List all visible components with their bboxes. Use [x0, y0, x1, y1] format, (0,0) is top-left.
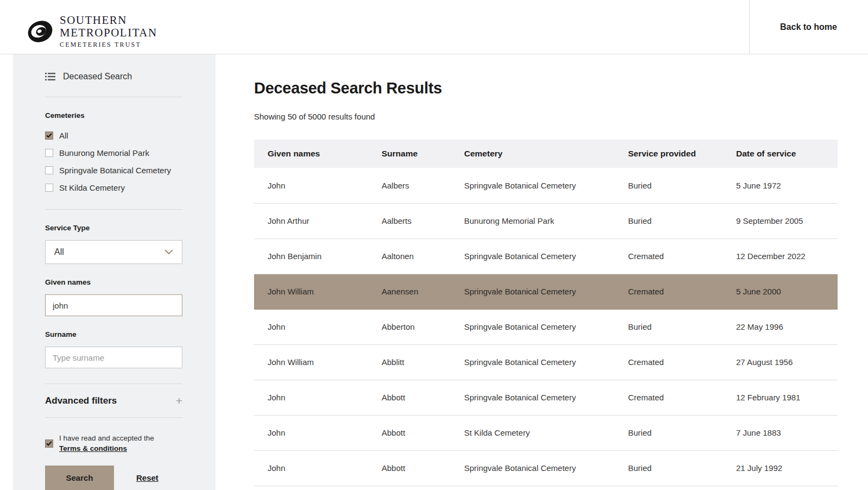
back-to-home-link[interactable]: Back to home	[749, 0, 868, 54]
header-row: Given namesSurnameCemeteryService provid…	[254, 140, 838, 168]
cell-date-of-service: 12 December 2022	[736, 238, 838, 274]
checkbox-icon[interactable]	[45, 184, 53, 192]
table-row[interactable]: John Arthur Aalberts Bunurong Memorial P…	[254, 203, 838, 238]
checkmark-icon	[46, 133, 52, 138]
cemetery-checkbox-row[interactable]: All	[45, 129, 182, 142]
sidebar-divider	[45, 417, 182, 418]
search-button[interactable]: Search	[45, 466, 114, 490]
column-header: Cemetery	[464, 140, 628, 168]
cell-given-names: John Benjamin	[254, 238, 382, 274]
cemetery-option-label: Springvale Botanical Cemetery	[59, 166, 171, 175]
cell-surname: Aalbers	[382, 168, 464, 203]
cemetery-checkbox-row[interactable]: St Kilda Cemetery	[45, 181, 182, 194]
cell-date-of-service: 9 September 2005	[736, 203, 838, 238]
cell-surname: Abbott	[382, 380, 464, 415]
column-header: Surname	[382, 140, 464, 168]
results-summary: Showing 50 of 5000 results found	[254, 112, 838, 121]
cell-cemetery: Springvale Botanical Cemetery	[464, 168, 628, 203]
cell-surname: Aanensen	[382, 274, 464, 309]
cell-date-of-service: 5 June 2000	[736, 274, 838, 309]
table-row[interactable]: John Abbott Springvale Botanical Cemeter…	[254, 380, 838, 415]
cell-cemetery: Springvale Botanical Cemetery	[464, 344, 628, 380]
cell-service-provided: Buried	[628, 203, 736, 238]
cell-given-names: John	[254, 380, 382, 415]
sidebar-divider	[45, 97, 182, 97]
sidebar-divider	[45, 384, 182, 384]
given-names-input[interactable]	[45, 294, 182, 316]
cell-date-of-service: 22 May 1996	[736, 309, 838, 344]
results-table-body: John Aalbers Springvale Botanical Cemete…	[254, 168, 838, 486]
surname-label: Surname	[45, 330, 182, 338]
cell-service-provided: Cremated	[628, 274, 736, 309]
checkmark-icon	[46, 441, 52, 446]
reset-link[interactable]: Reset	[136, 473, 159, 482]
cell-cemetery: Springvale Botanical Cemetery	[464, 450, 628, 486]
cell-service-provided: Buried	[628, 415, 736, 450]
cemetery-option-label: All	[59, 131, 68, 140]
cell-service-provided: Cremated	[628, 238, 736, 274]
table-row[interactable]: John Abbott St Kilda Cemetery Buried 7 J…	[254, 415, 838, 450]
plus-icon: +	[176, 395, 182, 406]
cell-cemetery: Bunurong Memorial Park	[464, 203, 628, 238]
cemetery-options: All Bunurong Memorial Park Springvale Bo…	[45, 129, 182, 194]
table-row[interactable]: John Abbott Springvale Botanical Cemeter…	[254, 450, 838, 486]
sidebar-divider	[45, 209, 182, 210]
results-table: Given namesSurnameCemeteryService provid…	[254, 140, 838, 486]
cell-cemetery: Springvale Botanical Cemetery	[464, 274, 628, 309]
cell-given-names: John William	[254, 344, 382, 380]
cemetery-option-label: Bunurong Memorial Park	[59, 148, 149, 158]
cell-surname: Aaltonen	[382, 238, 464, 274]
service-type-label: Service Type	[45, 224, 182, 232]
surname-input[interactable]	[45, 347, 182, 368]
cell-given-names: John	[254, 415, 382, 450]
list-icon	[45, 72, 55, 81]
search-filters-sidebar: Deceased Search Cemeteries All Bunuro	[13, 54, 216, 490]
cell-cemetery: Springvale Botanical Cemetery	[464, 309, 628, 344]
cell-date-of-service: 21 July 1992	[736, 450, 838, 486]
cell-surname: Abblitt	[382, 344, 464, 380]
table-row[interactable]: John Benjamin Aaltonen Springvale Botani…	[254, 238, 838, 274]
cell-surname: Abbott	[382, 415, 464, 450]
smct-logo[interactable]: SOUTHERN METROPOLITAN CEMETERIES TRUST	[27, 14, 157, 49]
page-header: SOUTHERN METROPOLITAN CEMETERIES TRUST B…	[0, 0, 868, 54]
cell-date-of-service: 5 June 1972	[736, 168, 838, 203]
cell-cemetery: Springvale Botanical Cemetery	[464, 380, 628, 415]
cell-date-of-service: 27 August 1956	[736, 344, 838, 380]
advanced-filters-toggle[interactable]: Advanced filters +	[45, 395, 182, 406]
logo-line-3: CEMETERIES TRUST	[60, 41, 157, 49]
checkbox-icon[interactable]	[45, 166, 53, 174]
sidebar-item-deceased-search[interactable]: Deceased Search	[45, 72, 182, 81]
results-table-header: Given namesSurnameCemeteryService provid…	[254, 140, 838, 168]
table-row[interactable]: John William Aanensen Springvale Botanic…	[254, 274, 838, 309]
cell-service-provided: Buried	[628, 450, 736, 486]
cell-service-provided: Buried	[628, 309, 736, 344]
column-header: Date of service	[736, 140, 838, 168]
sidebar-nav-label: Deceased Search	[63, 72, 132, 81]
page-title: Deceased Search Results	[254, 79, 838, 97]
service-type-selected-value: All	[54, 247, 64, 257]
cemetery-checkbox-row[interactable]: Springvale Botanical Cemetery	[45, 164, 182, 177]
advanced-filters-label: Advanced filters	[45, 395, 117, 406]
checkbox-icon[interactable]	[45, 131, 53, 140]
results-main-area: Deceased Search Results Showing 50 of 50…	[216, 54, 868, 490]
given-names-label: Given names	[45, 278, 182, 286]
table-row[interactable]: John Abberton Springvale Botanical Cemet…	[254, 309, 838, 344]
terms-text: I have read and accepted the	[59, 433, 154, 443]
logo-line-1: SOUTHERN	[60, 14, 157, 27]
cell-date-of-service: 7 June 1883	[736, 415, 838, 450]
table-row[interactable]: John William Abblitt Springvale Botanica…	[254, 344, 838, 380]
cell-given-names: John	[254, 450, 382, 486]
checkbox-icon[interactable]	[45, 149, 53, 157]
table-row[interactable]: John Aalbers Springvale Botanical Cemete…	[254, 168, 838, 203]
cemetery-checkbox-row[interactable]: Bunurong Memorial Park	[45, 147, 182, 159]
cell-date-of-service: 12 February 1981	[736, 380, 838, 415]
terms-checkbox[interactable]	[45, 439, 53, 448]
filter-actions: Search Reset	[45, 466, 182, 490]
column-header: Given names	[254, 140, 382, 168]
cemetery-option-label: St Kilda Cemetery	[59, 183, 125, 192]
service-type-select[interactable]: All	[45, 240, 182, 264]
smct-logo-swirl-icon	[27, 18, 53, 45]
cell-given-names: John Arthur	[254, 203, 382, 238]
terms-conditions-link[interactable]: Terms & conditions	[59, 443, 154, 454]
cell-service-provided: Cremated	[628, 344, 736, 380]
